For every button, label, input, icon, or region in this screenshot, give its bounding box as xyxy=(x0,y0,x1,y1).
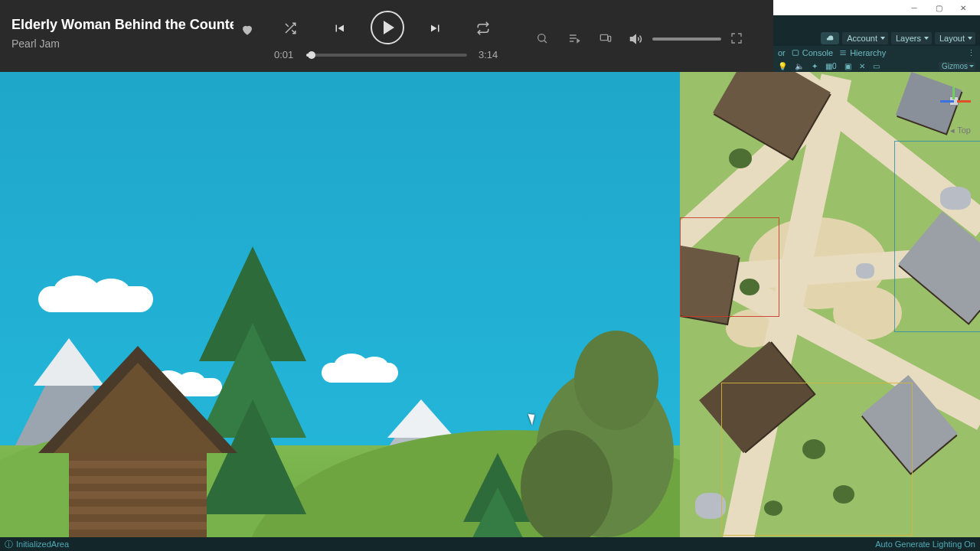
cloud-icon[interactable] xyxy=(821,32,839,44)
axis-gizmo[interactable] xyxy=(934,81,972,119)
selection-outline xyxy=(680,217,779,317)
console-icon xyxy=(792,49,799,57)
cursor-icon xyxy=(530,412,539,426)
status-lighting[interactable]: Auto Generate Lighting On xyxy=(875,540,975,549)
editor-menu-bar: Account Layers Layout xyxy=(773,31,980,46)
scene-view[interactable]: Top xyxy=(680,72,980,537)
account-label: Account xyxy=(847,34,877,43)
rock-graphic xyxy=(856,263,874,279)
previous-track-icon[interactable] xyxy=(332,21,346,35)
svg-point-0 xyxy=(538,34,545,41)
selection-outline xyxy=(721,383,913,536)
minimize-icon[interactable]: ─ xyxy=(910,3,919,12)
volume-slider[interactable] xyxy=(652,37,721,41)
devices-icon[interactable] xyxy=(599,32,612,44)
status-bar: ⓘ InitializedArea Auto Generate Lighting… xyxy=(0,537,980,551)
status-message[interactable]: InitializedArea xyxy=(16,540,69,549)
time-elapsed: 0:01 xyxy=(274,49,293,60)
gizmo-x-axis[interactable] xyxy=(957,100,971,103)
volume-icon[interactable] xyxy=(629,32,643,46)
music-player-bar: Elderly Woman Behind the Counte Pearl Ja… xyxy=(0,0,773,72)
layout-label: Layout xyxy=(939,34,965,43)
grid-counter: 0 xyxy=(832,62,837,70)
scene-toolbar: 💡 🔈 ✦ ▦0 ▣ ✕ ▭ Gizmos xyxy=(773,60,980,72)
tool-x-icon[interactable]: ✕ xyxy=(859,62,865,70)
fx-icon[interactable]: ✦ xyxy=(812,62,818,70)
close-icon[interactable]: ✕ xyxy=(959,3,968,12)
lyrics-icon[interactable] xyxy=(536,32,548,44)
perspective-label[interactable]: Top xyxy=(950,126,971,135)
gizmos-dropdown[interactable]: Gizmos xyxy=(939,62,975,70)
hierarchy-icon xyxy=(839,49,847,57)
queue-icon[interactable] xyxy=(568,32,580,44)
layers-label: Layers xyxy=(896,34,921,43)
layout-dropdown[interactable]: Layout xyxy=(935,32,975,44)
selection-outline xyxy=(894,141,980,332)
cloud-graphic xyxy=(322,363,398,383)
gizmo-y-axis[interactable] xyxy=(952,87,955,99)
shuffle-icon[interactable] xyxy=(283,21,297,35)
tool-display-icon[interactable]: ▭ xyxy=(873,62,880,70)
tab-hierarchy-label: Hierarchy xyxy=(850,48,886,57)
track-artist[interactable]: Pearl Jam xyxy=(11,37,234,50)
cloud-graphic xyxy=(38,286,153,312)
tab-partial[interactable]: or xyxy=(778,48,786,57)
tab-console-label: Console xyxy=(802,48,833,57)
progress-thumb[interactable] xyxy=(308,51,315,59)
editor-header-spacer xyxy=(773,15,980,31)
game-view[interactable] xyxy=(0,72,680,537)
svg-rect-3 xyxy=(792,51,799,56)
maximize-icon[interactable]: ▢ xyxy=(934,3,943,12)
gizmos-label: Gizmos xyxy=(942,62,968,70)
tab-console[interactable]: Console xyxy=(792,48,833,57)
time-total: 3:14 xyxy=(479,49,498,60)
repeat-icon[interactable] xyxy=(476,21,490,35)
track-info: Elderly Woman Behind the Counte Pearl Ja… xyxy=(11,17,234,50)
editor-tabs-row: or Console Hierarchy ⋮ xyxy=(773,46,980,60)
grid-toggle-icon[interactable]: ▦0 xyxy=(825,62,837,70)
next-track-icon[interactable] xyxy=(429,21,443,35)
play-button[interactable] xyxy=(371,11,404,44)
fullscreen-icon[interactable] xyxy=(730,32,743,44)
layers-dropdown[interactable]: Layers xyxy=(891,32,932,44)
cabin-graphic xyxy=(46,369,230,537)
tree-graphic xyxy=(513,323,680,537)
svg-rect-2 xyxy=(608,36,610,41)
window-titlebar: ─ ▢ ✕ xyxy=(773,0,980,15)
lightbulb-icon[interactable]: 💡 xyxy=(778,62,787,70)
track-title: Elderly Woman Behind the Counte xyxy=(11,17,234,33)
snowcap-graphic xyxy=(387,399,455,438)
tab-options-icon[interactable]: ⋮ xyxy=(967,48,975,58)
tab-partial-label: or xyxy=(778,48,786,57)
camera-icon[interactable]: ▣ xyxy=(844,62,851,70)
tab-hierarchy[interactable]: Hierarchy xyxy=(839,48,886,57)
play-icon xyxy=(384,21,394,34)
bush-graphic xyxy=(729,148,752,168)
account-dropdown[interactable]: Account xyxy=(842,32,888,44)
progress-bar[interactable] xyxy=(306,54,467,57)
info-icon: ⓘ xyxy=(5,539,13,550)
heart-icon[interactable] xyxy=(240,23,254,37)
audio-icon[interactable]: 🔈 xyxy=(795,62,804,70)
svg-rect-1 xyxy=(600,34,607,40)
gizmo-z-axis[interactable] xyxy=(940,100,954,103)
